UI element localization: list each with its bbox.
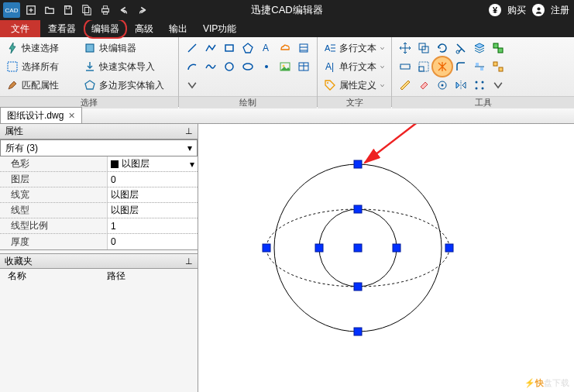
mtext-button[interactable]: A多行文本 [322, 40, 387, 57]
select-all-button[interactable]: 选择所有 [5, 58, 82, 75]
svg-rect-12 [225, 45, 233, 51]
svg-rect-43 [493, 62, 497, 66]
draw-more-button[interactable] [184, 77, 201, 94]
menu-advanced[interactable]: 高级 [127, 20, 161, 37]
quick-select-button[interactable]: 快速选择 [5, 40, 82, 57]
match-props-button[interactable]: 匹配属性 [5, 77, 82, 94]
menu-viewer[interactable]: 查看器 [40, 20, 84, 37]
group-tool[interactable] [490, 40, 507, 57]
properties-tool[interactable] [434, 77, 451, 94]
print-button[interactable] [98, 2, 113, 18]
ungroup-tool[interactable] [490, 58, 507, 75]
properties-header: 属性 ⊥ [0, 124, 198, 139]
hatch-tool[interactable] [295, 40, 312, 57]
close-tab-icon[interactable]: ✕ [68, 111, 75, 121]
import-icon [84, 60, 96, 73]
save-button[interactable] [60, 2, 76, 18]
quick-import-button[interactable]: 快速实体导入 [82, 58, 174, 75]
lightning-icon [6, 42, 19, 54]
mirror-tool[interactable] [452, 77, 469, 94]
app-title: 迅捷CAD编辑器 [251, 3, 322, 17]
svg-line-54 [365, 124, 466, 163]
explode-tool[interactable] [431, 56, 453, 77]
fillet-tool[interactable] [452, 58, 469, 75]
new-file-button[interactable] [23, 2, 39, 18]
svg-rect-58 [354, 160, 362, 168]
save-all-button[interactable] [79, 2, 95, 18]
block-icon [84, 42, 96, 54]
menu-file[interactable]: 文件 [0, 20, 40, 37]
arc-tool[interactable] [184, 58, 201, 75]
svg-marker-13 [243, 43, 253, 53]
array-tool[interactable] [471, 77, 488, 94]
stext-button[interactable]: A|单行文本 [322, 58, 387, 75]
polygon-import-button[interactable]: 多边形实体输入 [82, 77, 174, 94]
prop-row-lineweight: 线宽 以图层 [0, 187, 198, 203]
filetab-bar: 图纸设计.dwg ✕ [0, 107, 574, 124]
prop-row-layer: 图层 0 [0, 172, 198, 187]
register-link[interactable]: 注册 [551, 4, 569, 17]
erase-tool[interactable] [415, 77, 432, 94]
fav-col-path: 路径 [99, 269, 198, 284]
tools-more-button[interactable] [490, 77, 507, 94]
side-panel: 属性 ⊥ 所有 (3) ▾ 色彩 以图层▾ 图层 0 线宽 以图层 线型 以图层 [0, 124, 198, 392]
attrdef-button[interactable]: 属性定义 [322, 77, 387, 94]
point-tool[interactable] [258, 58, 275, 75]
app-icon: CAD [3, 2, 20, 18]
chevron-down-icon: ▾ [190, 159, 194, 170]
main-area: 属性 ⊥ 所有 (3) ▾ 色彩 以图层▾ 图层 0 线宽 以图层 线型 以图层 [0, 124, 574, 392]
prop-value-thickness[interactable]: 0 [107, 234, 198, 249]
file-tab-label: 图纸设计.dwg [7, 109, 64, 122]
prop-value-color[interactable]: 以图层▾ [107, 156, 198, 171]
rotate-tool[interactable] [434, 40, 451, 57]
align-tool[interactable] [471, 58, 488, 75]
svg-rect-59 [354, 205, 362, 213]
layer-tool[interactable] [471, 40, 488, 57]
svg-point-50 [476, 81, 478, 84]
pin-icon[interactable]: ⊥ [185, 126, 193, 136]
prop-value-ltscale[interactable]: 1 [107, 218, 198, 233]
buy-link[interactable]: 购买 [507, 4, 526, 17]
stext-icon: A| [324, 60, 336, 73]
ribbon-group-tools: 工具 [392, 37, 574, 106]
color-swatch-icon [111, 160, 119, 168]
measure-tool[interactable] [397, 77, 414, 94]
trim-tool[interactable] [452, 40, 469, 57]
file-tab[interactable]: 图纸设计.dwg ✕ [0, 107, 82, 123]
svg-rect-66 [445, 244, 453, 252]
menu-editor[interactable]: 编辑器 [84, 19, 127, 39]
ribbon: 快速选择 选择所有 匹配属性 块编辑器 快速实体导入 多边形实体输入 选择 A [0, 37, 574, 107]
ellipse-tool[interactable] [239, 58, 256, 75]
table-tool[interactable] [295, 58, 312, 75]
polygon-tool[interactable] [239, 40, 256, 57]
menu-vip[interactable]: VIP功能 [195, 20, 244, 37]
tag-icon [324, 79, 336, 91]
pin-icon[interactable]: ⊥ [185, 256, 193, 266]
block-editor-button[interactable]: 块编辑器 [82, 40, 174, 57]
undo-button[interactable] [116, 2, 132, 18]
spline-tool[interactable] [202, 58, 219, 75]
polyline-tool[interactable] [202, 40, 219, 57]
prop-value-linetype[interactable]: 以图层 [107, 203, 198, 218]
move-tool[interactable] [397, 40, 414, 57]
selection-dropdown[interactable]: 所有 (3) ▾ [0, 139, 198, 156]
line-tool[interactable] [184, 40, 201, 57]
text-tool[interactable]: A [258, 40, 275, 57]
properties-table: 色彩 以图层▾ 图层 0 线宽 以图层 线型 以图层 线型比例 1 厚度 0 [0, 156, 198, 250]
svg-rect-64 [315, 244, 323, 252]
copy-tool[interactable] [415, 40, 432, 57]
scale-tool[interactable] [415, 58, 432, 75]
open-file-button[interactable] [42, 2, 57, 18]
svg-point-20 [265, 65, 268, 68]
prop-value-layer[interactable]: 0 [107, 172, 198, 187]
menu-output[interactable]: 输出 [161, 20, 195, 37]
drawing-canvas[interactable] [198, 124, 574, 392]
cloud-tool[interactable] [277, 40, 294, 57]
stretch-tool[interactable] [397, 58, 414, 75]
redo-button[interactable] [135, 2, 150, 18]
prop-value-lineweight[interactable]: 以图层 [107, 187, 198, 202]
circle-tool[interactable] [221, 58, 238, 75]
rectangle-tool[interactable] [221, 40, 238, 57]
insert-image-tool[interactable] [277, 58, 294, 75]
svg-rect-41 [476, 63, 479, 66]
